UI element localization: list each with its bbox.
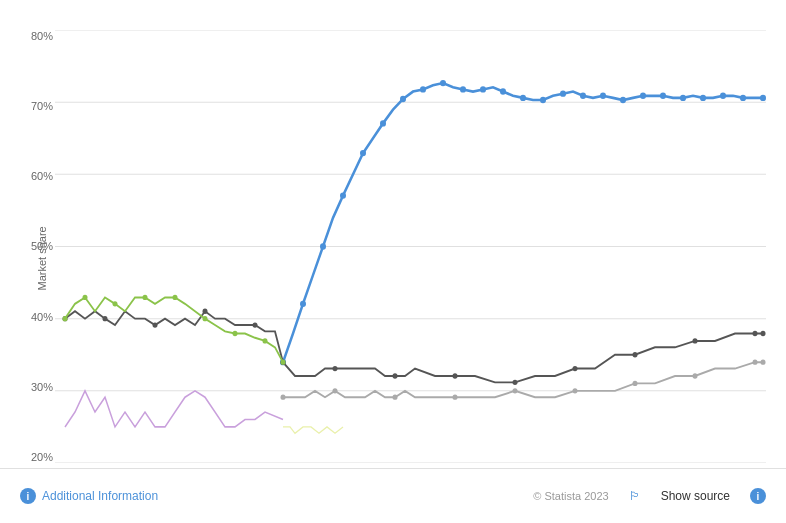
y-label-30: 30% <box>31 381 53 393</box>
svg-point-45 <box>753 331 758 336</box>
svg-point-39 <box>393 373 398 378</box>
svg-point-29 <box>720 93 726 99</box>
statista-flag-icon: 🏳 <box>629 489 641 503</box>
svg-point-48 <box>333 388 338 393</box>
svg-point-25 <box>640 93 646 99</box>
svg-point-16 <box>460 86 466 92</box>
svg-point-46 <box>761 331 766 336</box>
y-axis-labels: 80% 70% 60% 50% 40% 30% 20% <box>8 30 53 463</box>
chart-container: Market share 80% 70% 60% 50% 40% 30% 20% <box>0 0 786 523</box>
lavender-line <box>65 391 283 427</box>
info-icon[interactable]: i <box>20 488 36 504</box>
svg-point-53 <box>633 381 638 386</box>
svg-point-18 <box>500 88 506 94</box>
y-label-60: 60% <box>31 170 53 182</box>
svg-point-63 <box>233 331 238 336</box>
svg-point-10 <box>340 192 346 198</box>
svg-point-30 <box>740 95 746 101</box>
y-label-20: 20% <box>31 451 53 463</box>
dark-gray-line <box>65 311 763 382</box>
svg-point-13 <box>400 96 406 102</box>
yellow-line <box>283 427 343 433</box>
svg-point-43 <box>633 352 638 357</box>
y-label-80: 80% <box>31 30 53 42</box>
svg-point-60 <box>143 295 148 300</box>
svg-point-52 <box>573 388 578 393</box>
y-label-50: 50% <box>31 240 53 252</box>
svg-point-49 <box>393 395 398 400</box>
svg-point-42 <box>573 366 578 371</box>
svg-point-58 <box>83 295 88 300</box>
svg-point-34 <box>153 322 158 327</box>
statista-copyright: © Statista 2023 <box>533 490 608 502</box>
svg-point-59 <box>113 301 118 306</box>
svg-point-35 <box>203 309 208 314</box>
svg-point-41 <box>513 380 518 385</box>
svg-point-24 <box>620 97 626 103</box>
svg-point-40 <box>453 373 458 378</box>
svg-point-55 <box>753 360 758 365</box>
svg-point-17 <box>480 86 486 92</box>
svg-point-36 <box>253 322 258 327</box>
chart-svg-area <box>55 30 766 463</box>
blue-dots <box>280 80 766 365</box>
svg-point-50 <box>453 395 458 400</box>
svg-point-51 <box>513 388 518 393</box>
svg-point-33 <box>103 316 108 321</box>
svg-point-28 <box>700 95 706 101</box>
svg-point-22 <box>580 93 586 99</box>
footer-left: i Additional Information <box>20 488 158 504</box>
svg-point-21 <box>560 90 566 96</box>
show-source-link[interactable]: Show source <box>661 489 730 503</box>
green-dots <box>63 295 286 365</box>
blue-line <box>283 83 763 362</box>
chart-footer: i Additional Information © Statista 2023… <box>0 468 786 523</box>
y-label-70: 70% <box>31 100 53 112</box>
svg-point-14 <box>420 86 426 92</box>
y-label-40: 40% <box>31 311 53 323</box>
svg-point-54 <box>693 373 698 378</box>
svg-point-9 <box>320 243 326 249</box>
svg-point-62 <box>203 316 208 321</box>
svg-point-31 <box>760 95 766 101</box>
svg-point-64 <box>263 338 268 343</box>
svg-point-26 <box>660 93 666 99</box>
svg-point-61 <box>173 295 178 300</box>
svg-point-8 <box>300 301 306 307</box>
svg-point-19 <box>520 95 526 101</box>
svg-point-15 <box>440 80 446 86</box>
svg-point-47 <box>281 395 286 400</box>
show-source-info-icon[interactable]: i <box>750 488 766 504</box>
svg-point-11 <box>360 150 366 156</box>
svg-point-65 <box>281 360 286 365</box>
svg-point-44 <box>693 338 698 343</box>
svg-point-57 <box>63 316 68 321</box>
footer-right: © Statista 2023 🏳 Show source i <box>533 488 766 504</box>
green-line <box>65 297 283 362</box>
svg-point-56 <box>761 360 766 365</box>
additional-info-link[interactable]: Additional Information <box>42 489 158 503</box>
svg-point-27 <box>680 95 686 101</box>
svg-point-23 <box>600 93 606 99</box>
svg-point-38 <box>333 366 338 371</box>
svg-point-20 <box>540 97 546 103</box>
chart-svg <box>55 30 766 463</box>
svg-point-12 <box>380 120 386 126</box>
